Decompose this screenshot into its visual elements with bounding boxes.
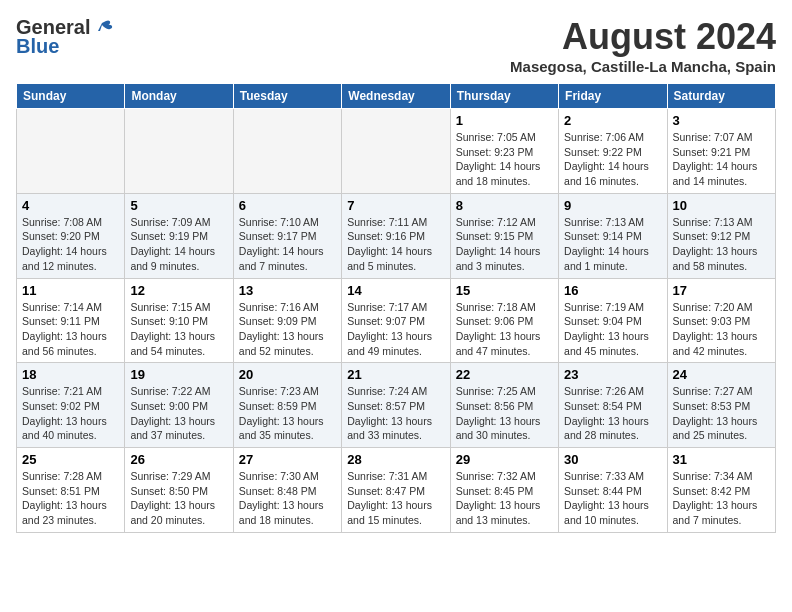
day-info: Sunrise: 7:08 AM Sunset: 9:20 PM Dayligh… xyxy=(22,215,119,274)
page-header: General Blue August 2024 Masegosa, Casti… xyxy=(16,16,776,75)
weekday-header-row: SundayMondayTuesdayWednesdayThursdayFrid… xyxy=(17,84,776,109)
day-number: 10 xyxy=(673,198,770,213)
day-info: Sunrise: 7:26 AM Sunset: 8:54 PM Dayligh… xyxy=(564,384,661,443)
day-number: 30 xyxy=(564,452,661,467)
day-info: Sunrise: 7:24 AM Sunset: 8:57 PM Dayligh… xyxy=(347,384,444,443)
location-subtitle: Masegosa, Castille-La Mancha, Spain xyxy=(510,58,776,75)
week-row-4: 18Sunrise: 7:21 AM Sunset: 9:02 PM Dayli… xyxy=(17,363,776,448)
day-number: 1 xyxy=(456,113,553,128)
day-info: Sunrise: 7:06 AM Sunset: 9:22 PM Dayligh… xyxy=(564,130,661,189)
header-tuesday: Tuesday xyxy=(233,84,341,109)
title-area: August 2024 Masegosa, Castille-La Mancha… xyxy=(510,16,776,75)
day-info: Sunrise: 7:23 AM Sunset: 8:59 PM Dayligh… xyxy=(239,384,336,443)
calendar-cell: 7Sunrise: 7:11 AM Sunset: 9:16 PM Daylig… xyxy=(342,193,450,278)
header-monday: Monday xyxy=(125,84,233,109)
day-info: Sunrise: 7:13 AM Sunset: 9:14 PM Dayligh… xyxy=(564,215,661,274)
calendar-cell: 1Sunrise: 7:05 AM Sunset: 9:23 PM Daylig… xyxy=(450,109,558,194)
day-number: 16 xyxy=(564,283,661,298)
day-number: 2 xyxy=(564,113,661,128)
day-number: 13 xyxy=(239,283,336,298)
day-number: 19 xyxy=(130,367,227,382)
day-info: Sunrise: 7:22 AM Sunset: 9:00 PM Dayligh… xyxy=(130,384,227,443)
calendar-cell: 28Sunrise: 7:31 AM Sunset: 8:47 PM Dayli… xyxy=(342,448,450,533)
day-info: Sunrise: 7:12 AM Sunset: 9:15 PM Dayligh… xyxy=(456,215,553,274)
day-info: Sunrise: 7:05 AM Sunset: 9:23 PM Dayligh… xyxy=(456,130,553,189)
day-number: 20 xyxy=(239,367,336,382)
calendar-cell: 15Sunrise: 7:18 AM Sunset: 9:06 PM Dayli… xyxy=(450,278,558,363)
calendar-cell: 2Sunrise: 7:06 AM Sunset: 9:22 PM Daylig… xyxy=(559,109,667,194)
day-info: Sunrise: 7:32 AM Sunset: 8:45 PM Dayligh… xyxy=(456,469,553,528)
day-number: 24 xyxy=(673,367,770,382)
day-number: 18 xyxy=(22,367,119,382)
day-info: Sunrise: 7:16 AM Sunset: 9:09 PM Dayligh… xyxy=(239,300,336,359)
calendar-cell: 14Sunrise: 7:17 AM Sunset: 9:07 PM Dayli… xyxy=(342,278,450,363)
calendar-cell: 17Sunrise: 7:20 AM Sunset: 9:03 PM Dayli… xyxy=(667,278,775,363)
month-year-title: August 2024 xyxy=(510,16,776,58)
calendar-cell: 5Sunrise: 7:09 AM Sunset: 9:19 PM Daylig… xyxy=(125,193,233,278)
logo: General Blue xyxy=(16,16,114,58)
day-number: 6 xyxy=(239,198,336,213)
calendar-cell: 21Sunrise: 7:24 AM Sunset: 8:57 PM Dayli… xyxy=(342,363,450,448)
calendar-cell: 25Sunrise: 7:28 AM Sunset: 8:51 PM Dayli… xyxy=(17,448,125,533)
calendar-cell: 18Sunrise: 7:21 AM Sunset: 9:02 PM Dayli… xyxy=(17,363,125,448)
day-info: Sunrise: 7:31 AM Sunset: 8:47 PM Dayligh… xyxy=(347,469,444,528)
day-info: Sunrise: 7:34 AM Sunset: 8:42 PM Dayligh… xyxy=(673,469,770,528)
calendar-cell: 27Sunrise: 7:30 AM Sunset: 8:48 PM Dayli… xyxy=(233,448,341,533)
day-number: 22 xyxy=(456,367,553,382)
calendar-cell: 13Sunrise: 7:16 AM Sunset: 9:09 PM Dayli… xyxy=(233,278,341,363)
day-info: Sunrise: 7:07 AM Sunset: 9:21 PM Dayligh… xyxy=(673,130,770,189)
day-number: 26 xyxy=(130,452,227,467)
week-row-2: 4Sunrise: 7:08 AM Sunset: 9:20 PM Daylig… xyxy=(17,193,776,278)
day-number: 4 xyxy=(22,198,119,213)
day-number: 9 xyxy=(564,198,661,213)
day-info: Sunrise: 7:28 AM Sunset: 8:51 PM Dayligh… xyxy=(22,469,119,528)
header-thursday: Thursday xyxy=(450,84,558,109)
calendar-cell: 29Sunrise: 7:32 AM Sunset: 8:45 PM Dayli… xyxy=(450,448,558,533)
day-info: Sunrise: 7:11 AM Sunset: 9:16 PM Dayligh… xyxy=(347,215,444,274)
day-number: 14 xyxy=(347,283,444,298)
calendar-cell xyxy=(17,109,125,194)
day-number: 12 xyxy=(130,283,227,298)
day-info: Sunrise: 7:19 AM Sunset: 9:04 PM Dayligh… xyxy=(564,300,661,359)
calendar-cell: 6Sunrise: 7:10 AM Sunset: 9:17 PM Daylig… xyxy=(233,193,341,278)
day-number: 21 xyxy=(347,367,444,382)
calendar-cell xyxy=(342,109,450,194)
day-number: 11 xyxy=(22,283,119,298)
day-number: 17 xyxy=(673,283,770,298)
calendar-cell: 30Sunrise: 7:33 AM Sunset: 8:44 PM Dayli… xyxy=(559,448,667,533)
week-row-3: 11Sunrise: 7:14 AM Sunset: 9:11 PM Dayli… xyxy=(17,278,776,363)
day-info: Sunrise: 7:25 AM Sunset: 8:56 PM Dayligh… xyxy=(456,384,553,443)
calendar-cell: 19Sunrise: 7:22 AM Sunset: 9:00 PM Dayli… xyxy=(125,363,233,448)
header-sunday: Sunday xyxy=(17,84,125,109)
week-row-1: 1Sunrise: 7:05 AM Sunset: 9:23 PM Daylig… xyxy=(17,109,776,194)
day-number: 3 xyxy=(673,113,770,128)
day-number: 8 xyxy=(456,198,553,213)
calendar-cell: 31Sunrise: 7:34 AM Sunset: 8:42 PM Dayli… xyxy=(667,448,775,533)
day-number: 15 xyxy=(456,283,553,298)
day-info: Sunrise: 7:29 AM Sunset: 8:50 PM Dayligh… xyxy=(130,469,227,528)
day-number: 27 xyxy=(239,452,336,467)
calendar-cell xyxy=(125,109,233,194)
day-info: Sunrise: 7:14 AM Sunset: 9:11 PM Dayligh… xyxy=(22,300,119,359)
day-info: Sunrise: 7:13 AM Sunset: 9:12 PM Dayligh… xyxy=(673,215,770,274)
header-friday: Friday xyxy=(559,84,667,109)
calendar-cell: 9Sunrise: 7:13 AM Sunset: 9:14 PM Daylig… xyxy=(559,193,667,278)
day-info: Sunrise: 7:27 AM Sunset: 8:53 PM Dayligh… xyxy=(673,384,770,443)
day-number: 31 xyxy=(673,452,770,467)
logo-text-blue: Blue xyxy=(16,35,59,58)
day-info: Sunrise: 7:15 AM Sunset: 9:10 PM Dayligh… xyxy=(130,300,227,359)
day-number: 28 xyxy=(347,452,444,467)
calendar-cell: 20Sunrise: 7:23 AM Sunset: 8:59 PM Dayli… xyxy=(233,363,341,448)
calendar-cell xyxy=(233,109,341,194)
day-info: Sunrise: 7:30 AM Sunset: 8:48 PM Dayligh… xyxy=(239,469,336,528)
calendar-cell: 11Sunrise: 7:14 AM Sunset: 9:11 PM Dayli… xyxy=(17,278,125,363)
day-info: Sunrise: 7:33 AM Sunset: 8:44 PM Dayligh… xyxy=(564,469,661,528)
day-info: Sunrise: 7:21 AM Sunset: 9:02 PM Dayligh… xyxy=(22,384,119,443)
header-wednesday: Wednesday xyxy=(342,84,450,109)
calendar-cell: 10Sunrise: 7:13 AM Sunset: 9:12 PM Dayli… xyxy=(667,193,775,278)
calendar-cell: 3Sunrise: 7:07 AM Sunset: 9:21 PM Daylig… xyxy=(667,109,775,194)
day-info: Sunrise: 7:17 AM Sunset: 9:07 PM Dayligh… xyxy=(347,300,444,359)
day-number: 5 xyxy=(130,198,227,213)
day-number: 29 xyxy=(456,452,553,467)
day-number: 25 xyxy=(22,452,119,467)
